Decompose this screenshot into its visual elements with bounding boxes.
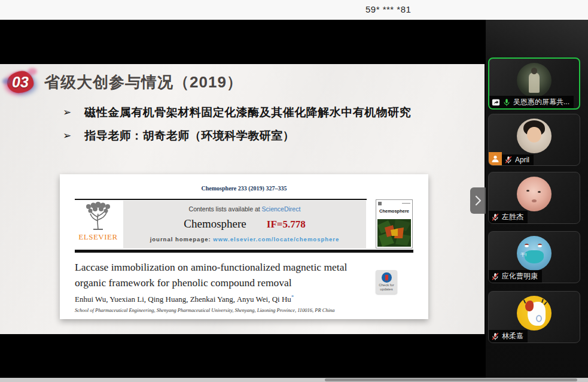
article-affiliation: School of Pharmaceutical Engineering, Sh… (75, 307, 335, 313)
journal-name-row: Chemosphere IF=5.778 (123, 217, 366, 231)
divider (75, 199, 367, 200)
avatar (517, 119, 552, 153)
divider (75, 250, 413, 253)
bullet-arrow-icon: ➢ (63, 128, 71, 144)
chevron-right-icon (474, 195, 482, 206)
list-item: ➢ 指导老师：胡奇老师（环境科学教研室） (63, 128, 411, 144)
screen-share-icon (492, 98, 500, 107)
participant-tile[interactable]: 干! 应化曹明康 (488, 231, 580, 283)
scrollbar-thumb[interactable] (325, 378, 577, 381)
homepage-line: journal homepage: www.elsevier.com/locat… (123, 236, 366, 242)
mic-muted-icon (491, 332, 499, 341)
bullet-list: ➢ 磁性金属有机骨架材料固定化漆酶及其催化降解水中有机物研究 ➢ 指导老师：胡奇… (63, 105, 411, 151)
meeting-window: 59* *** *81 03 省级大创参与情况（2019） ➢ 磁性金属有机骨架… (0, 0, 588, 382)
participant-label: 左胜杰 (489, 211, 528, 223)
member-role-badge (489, 152, 502, 165)
participant-name: 林柔嘉 (502, 331, 523, 341)
cover-artwork (377, 219, 411, 247)
participant-label: April (502, 154, 534, 165)
avatar (517, 63, 552, 98)
participant-tile[interactable]: April (488, 114, 580, 166)
mic-muted-icon (504, 156, 513, 164)
participant-name: April (515, 156, 529, 164)
slide-header: 03 省级大创参与情况（2019） (6, 69, 243, 95)
horizontal-scrollbar[interactable] (0, 378, 588, 382)
article-authors: Enhui Wu, Yuexian Li, Qing Huang, Zhenka… (75, 294, 294, 304)
window-title-bar: 59* *** *81 (0, 0, 588, 20)
list-item: ➢ 磁性金属有机骨架材料固定化漆酶及其催化降解水中有机物研究 (63, 105, 411, 120)
participant-name: 吴恩惠的屏幕共... (513, 97, 569, 107)
elsevier-logo: ELSEVIER (75, 202, 121, 248)
participant-label: 林柔嘉 (489, 330, 528, 342)
participant-name: 应化曹明康 (502, 271, 538, 281)
participant-label: 应化曹明康 (489, 270, 542, 283)
caller-phone-number: 59* *** *81 (365, 4, 411, 14)
journal-cover-thumbnail: Chemosphere (376, 199, 413, 248)
sidebar-collapse-button[interactable] (470, 187, 486, 214)
presentation-slide: 03 省级大创参与情况（2019） ➢ 磁性金属有机骨架材料固定化漆酶及其催化降… (0, 64, 485, 334)
participant-tile[interactable]: 左胜杰 (488, 172, 580, 224)
participant-tile-sharing[interactable]: 吴恩惠的屏幕共... (488, 57, 580, 110)
mic-muted-icon (491, 272, 499, 281)
journal-citation: Chemosphere 233 (2019) 327–335 (60, 185, 428, 192)
avatar: 干! (517, 236, 552, 271)
crossmark-icon (382, 272, 392, 283)
participant-label: 吴恩惠的屏幕共... (489, 96, 574, 108)
participant-tile[interactable]: 林柔嘉 (488, 291, 580, 343)
sciencedirect-link[interactable]: ScienceDirect (262, 205, 301, 213)
avatar (517, 177, 552, 211)
check-for-updates-badge[interactable]: Check for updates (376, 270, 397, 294)
journal-article-figure: Chemosphere 233 (2019) 327–335 (60, 174, 428, 319)
section-number-badge: 03 (6, 69, 35, 95)
avatar (517, 296, 552, 331)
mic-muted-icon (491, 213, 499, 222)
journal-name: Chemosphere (184, 217, 246, 231)
cover-logo-icon (378, 202, 382, 205)
cover-title: Chemosphere (376, 208, 412, 214)
elsevier-wordmark: ELSEVIER (75, 232, 121, 242)
cover-decoration (402, 203, 410, 204)
participant-name: 左胜杰 (502, 212, 523, 222)
journal-homepage-link[interactable]: www.elsevier.com/locate/chemosphere (213, 236, 339, 242)
impact-factor: IF=5.778 (267, 219, 306, 231)
elsevier-tree-icon (83, 202, 114, 232)
mic-on-icon (502, 98, 511, 107)
article-title: Laccase immobilization on amino-function… (75, 259, 356, 290)
contents-line: Contents lists available at ScienceDirec… (123, 205, 366, 213)
slide-title: 省级大创参与情况（2019） (44, 72, 243, 93)
shared-screen-stage: 03 省级大创参与情况（2019） ➢ 磁性金属有机骨架材料固定化漆酶及其催化降… (0, 20, 485, 378)
person-icon (491, 154, 499, 163)
journal-header-box: Contents lists available at ScienceDirec… (123, 201, 366, 248)
bullet-arrow-icon: ➢ (63, 105, 71, 120)
corresponding-author-mark: * (291, 294, 294, 300)
participants-sidebar: 吴恩惠的屏幕共... April (486, 20, 588, 378)
